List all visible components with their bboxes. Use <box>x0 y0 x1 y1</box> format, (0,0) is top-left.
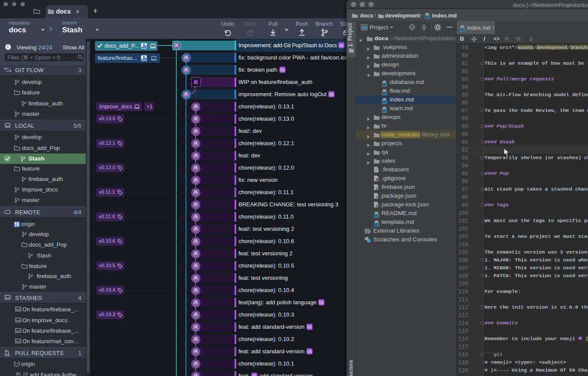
svg-text:MD: MD <box>382 83 387 86</box>
svg-text:MD: MD <box>374 223 379 226</box>
svg-text:MD: MD <box>460 28 465 31</box>
svg-text:MD: MD <box>382 109 387 112</box>
svg-text:MD: MD <box>374 214 379 217</box>
svg-text:MD: MD <box>425 15 430 18</box>
svg-text:MD: MD <box>382 92 387 95</box>
svg-text:MD: MD <box>382 101 387 104</box>
